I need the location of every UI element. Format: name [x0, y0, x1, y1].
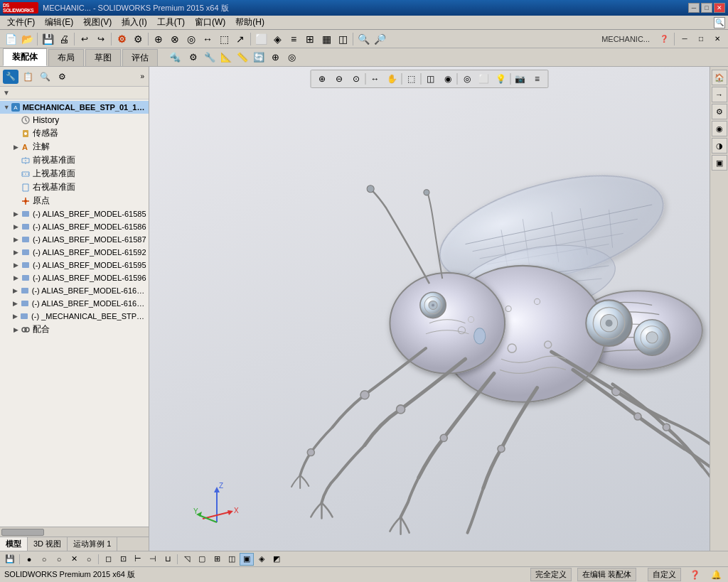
- new-button[interactable]: 📄: [3, 31, 18, 47]
- tab-assembly[interactable]: 装配体: [3, 48, 47, 66]
- bt-btn4[interactable]: ✕: [67, 553, 81, 566]
- options-button[interactable]: ⚙: [130, 31, 146, 47]
- menu-edit[interactable]: 编辑(E): [41, 15, 77, 30]
- panel-icon-1[interactable]: 🔧: [3, 70, 18, 84]
- tb-btn-8[interactable]: ◈: [269, 31, 285, 47]
- tree-part-1[interactable]: ▶ (-) ALIAS_BREF_MODEL-61585: [0, 208, 149, 220]
- assembly-icon-3[interactable]: 🔧: [202, 50, 218, 65]
- right-home-btn[interactable]: 🏠: [712, 70, 727, 85]
- tb-btn-2[interactable]: ⊗: [167, 31, 183, 47]
- right-grid-btn[interactable]: ▣: [712, 155, 727, 171]
- save-button[interactable]: 💾: [40, 31, 55, 47]
- tb-btn-11[interactable]: ▦: [318, 31, 334, 47]
- tab-evaluate[interactable]: 评估: [122, 49, 158, 66]
- tree-sensor[interactable]: 传感器: [0, 126, 149, 140]
- tree-part-4[interactable]: ▶ (-) ALIAS_BREF_MODEL-61592: [0, 246, 149, 259]
- right-circle-btn[interactable]: ◉: [712, 121, 727, 136]
- minimize-button[interactable]: ─: [688, 3, 700, 13]
- bt-btn2[interactable]: ○: [37, 553, 51, 566]
- bt-btn9[interactable]: ⊣: [146, 553, 160, 566]
- tree-right-plane[interactable]: 右视基准面: [0, 180, 149, 194]
- tb-btn-7[interactable]: ⬜: [253, 31, 269, 47]
- bt-btn6[interactable]: ◻: [101, 553, 115, 566]
- assembly-icon-7[interactable]: ⊕: [267, 50, 283, 65]
- assembly-icon-8[interactable]: ◎: [284, 50, 299, 65]
- tb-btn-10[interactable]: ⊞: [302, 31, 318, 47]
- bt-btn14[interactable]: ◫: [225, 553, 239, 566]
- tb-btn-12[interactable]: ◫: [335, 31, 350, 47]
- open-button[interactable]: 📂: [19, 31, 35, 47]
- customize-button[interactable]: 自定义: [648, 568, 681, 581]
- bt-btn7[interactable]: ⊡: [116, 553, 130, 566]
- tree-part-5[interactable]: ▶ (-) ALIAS_BREF_MODEL-61595: [0, 259, 149, 271]
- tb-btn-13[interactable]: 🔍: [355, 31, 371, 47]
- right-gear-btn[interactable]: ⚙: [712, 104, 727, 119]
- tb-btn-9[interactable]: ≡: [286, 31, 301, 47]
- search-button[interactable]: 🔍: [714, 17, 725, 28]
- tree-part-7[interactable]: ▶ (-) ALIAS_BREF_MODEL-61601 ..: [0, 284, 149, 297]
- panel-icon-4[interactable]: ⚙: [54, 70, 70, 84]
- bt-save[interactable]: 💾: [3, 553, 17, 566]
- bt-btn11[interactable]: ◹: [180, 553, 194, 566]
- panel-icon-3[interactable]: 🔍: [37, 70, 53, 84]
- viewport[interactable]: ⊕ ⊖ ⊙ ↔ ✋ ⬚ ◫ ◉ ◎ ⬜ 💡 📷 ≡: [149, 67, 710, 551]
- tb-close2[interactable]: ✕: [710, 31, 725, 47]
- close-button[interactable]: ✕: [714, 3, 725, 13]
- tb-btn-4[interactable]: ↔: [200, 31, 215, 47]
- tab-sketch[interactable]: 草图: [85, 49, 121, 66]
- tree-origin[interactable]: 原点: [0, 194, 149, 208]
- tree-part-8[interactable]: ▶ (-) ALIAS_BREF_MODEL-61604 ..: [0, 297, 149, 310]
- status-question-icon[interactable]: ❓: [687, 567, 702, 583]
- right-arrow-btn[interactable]: →: [712, 87, 727, 102]
- tb-help[interactable]: ❓: [656, 31, 672, 47]
- tree-history[interactable]: History: [0, 114, 149, 126]
- tab-layout[interactable]: 布局: [48, 49, 84, 66]
- bt-btn8[interactable]: ⊢: [131, 553, 145, 566]
- menu-view[interactable]: 视图(V): [79, 15, 116, 30]
- bt-btn12[interactable]: ▢: [195, 553, 209, 566]
- assembly-icon-2[interactable]: ⚙: [186, 50, 201, 65]
- tree-root[interactable]: ▼ A MECHANICAL_BEE_STP_01_1_ASM: [0, 101, 149, 114]
- panel-tab-model[interactable]: 模型: [0, 537, 28, 551]
- assembly-icon-1[interactable]: 🔩: [165, 50, 185, 65]
- tree-part-6[interactable]: ▶ (-) ALIAS_BREF_MODEL-61596: [0, 271, 149, 284]
- bt-btn15[interactable]: ▣: [240, 553, 254, 566]
- assembly-icon-4[interactable]: 📐: [218, 50, 234, 65]
- bt-btn5[interactable]: ○: [82, 553, 96, 566]
- bt-btn17[interactable]: ◩: [269, 553, 284, 566]
- bt-btn1[interactable]: ●: [22, 553, 36, 566]
- tree-annotation[interactable]: ▶ A 注解: [0, 140, 149, 153]
- tree-part-2[interactable]: ▶ (-) ALIAS_BREF_MODEL-61586: [0, 220, 149, 233]
- tree-top-plane[interactable]: 上视基准面: [0, 167, 149, 180]
- panel-icon-2[interactable]: 📋: [20, 70, 36, 84]
- assembly-icon-5[interactable]: 📏: [235, 50, 250, 65]
- panel-more-button[interactable]: »: [139, 71, 146, 82]
- tree-front-plane[interactable]: 前视基准面: [0, 153, 149, 167]
- menu-window[interactable]: 窗口(W): [191, 15, 230, 30]
- tree-part-9[interactable]: ▶ (-) _MECHANICAL_BEE_STP_01..: [0, 310, 149, 323]
- rebuild-button[interactable]: ⚙: [114, 31, 129, 47]
- tb-max2[interactable]: □: [693, 31, 709, 47]
- bt-btn3[interactable]: ○: [52, 553, 66, 566]
- maximize-button[interactable]: □: [701, 3, 712, 13]
- tb-btn-14[interactable]: 🔎: [372, 31, 387, 47]
- tb-min2[interactable]: ─: [677, 31, 692, 47]
- menu-help[interactable]: 帮助(H): [231, 15, 269, 30]
- menu-insert[interactable]: 插入(I): [117, 15, 151, 30]
- tb-btn-1[interactable]: ⊕: [151, 31, 166, 47]
- bt-btn13[interactable]: ⊞: [210, 553, 224, 566]
- menu-tools[interactable]: 工具(T): [153, 15, 189, 30]
- right-half-circle-btn[interactable]: ◑: [712, 138, 727, 153]
- tb-btn-5[interactable]: ⬚: [216, 31, 232, 47]
- menu-file[interactable]: 文件(F): [3, 15, 39, 30]
- tree-mate[interactable]: ▶ 配合: [0, 323, 149, 336]
- tb-btn-6[interactable]: ↗: [232, 31, 248, 47]
- tree-part-3[interactable]: ▶ (-) ALIAS_BREF_MODEL-61587: [0, 233, 149, 246]
- tb-btn-3[interactable]: ◎: [183, 31, 199, 47]
- status-notification-icon[interactable]: 🔔: [708, 567, 724, 583]
- bt-btn10[interactable]: ⊔: [161, 553, 175, 566]
- print-button[interactable]: 🖨: [56, 31, 72, 47]
- panel-tab-3d[interactable]: 3D 视图: [28, 537, 68, 551]
- undo-button[interactable]: ↩: [77, 31, 92, 47]
- assembly-icon-6[interactable]: 🔄: [251, 50, 267, 65]
